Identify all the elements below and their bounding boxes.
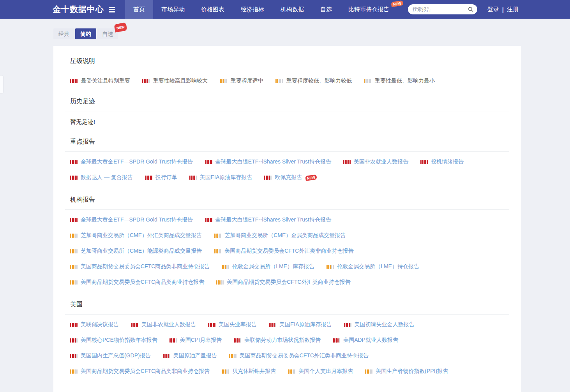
nav-item-label: 价格图表 — [201, 6, 224, 13]
report-link[interactable]: 美国生产者物价指数(PPI)报告 — [365, 368, 448, 375]
report-link-label: 贝克休斯钻井报告 — [232, 368, 276, 375]
nav-item-市场异动[interactable]: 市场异动 — [153, 0, 193, 19]
report-link[interactable]: 美国商品期货交易委员会CFTC商品类非商业持仓报告 — [70, 263, 210, 270]
report-link-label: 全球最大黄金ETF—SPDR Gold Trust持仓报告 — [81, 216, 193, 223]
view-tab-自选[interactable]: 自选NEW — [97, 28, 118, 39]
report-link[interactable]: 美国商品期货交易委员会CFTC外汇类商业持仓报告 — [216, 279, 350, 286]
report-link[interactable]: 芝加哥商业交易所（CME）外汇类商品成交量报告 — [70, 232, 202, 239]
report-link[interactable]: 贝克休斯钻井报告 — [222, 368, 276, 375]
report-link[interactable]: 芝加哥商业交易所（CME）能源类商品成交量报告 — [70, 248, 202, 255]
importance-bar — [75, 369, 76, 374]
report-link-label: 全球最大白银ETF--iShares Silver Trust持仓报告 — [215, 158, 331, 165]
report-link-label: 芝加哥商业交易所（CME）外汇类商品成交量报告 — [81, 232, 202, 239]
importance-bar — [235, 354, 236, 358]
nav-item-机构数据[interactable]: 机构数据 — [272, 0, 312, 19]
site-logo[interactable]: 金十数据中心 — [53, 0, 115, 19]
report-link[interactable]: 投机情绪报告 — [420, 158, 464, 165]
report-link[interactable]: 芝加哥商业交易所（CME）金属类商品成交量报告 — [214, 232, 346, 239]
register-link[interactable]: 注册 — [507, 6, 519, 13]
report-link[interactable]: 美国商品期货交易委员会CFTC外汇类非商业持仓报告 — [229, 352, 369, 359]
report-link[interactable]: 美联储决议报告 — [70, 321, 119, 328]
report-link-label: 美国生产者物价指数(PPI)报告 — [376, 368, 448, 375]
report-link[interactable]: 美国原油产量报告 — [163, 352, 217, 359]
report-link[interactable]: 美国EIA原油库存报告 — [269, 321, 332, 328]
importance-bar — [240, 338, 241, 343]
menu-icon[interactable] — [109, 7, 115, 12]
importance-bar — [367, 369, 368, 374]
report-link[interactable]: 美国非农就业人数报告 — [343, 158, 408, 165]
report-link[interactable]: 全球最大白银ETF--iShares Silver Trust持仓报告 — [205, 216, 331, 223]
report-link-label: 伦敦金属交易所（LME）库存报告 — [232, 263, 314, 270]
view-tabs: 经典简约自选NEW — [53, 28, 570, 39]
nav-item-比特币持仓报告[interactable]: 比特币持仓报告NEW — [340, 0, 397, 19]
legend-label: 重要程度较低、影响力较低 — [286, 77, 352, 84]
report-link[interactable]: 伦敦金属交易所（LME）持仓报告 — [326, 263, 419, 270]
nav-item-经济指标[interactable]: 经济指标 — [233, 0, 272, 19]
view-tab-经典[interactable]: 经典 — [53, 28, 74, 39]
importance-bar — [73, 280, 74, 285]
report-link[interactable]: 美国失业率报告 — [208, 321, 257, 328]
report-links-row: 美国商品期货交易委员会CFTC商品类商业持仓报告美国商品期货交易委员会CFTC外… — [65, 274, 509, 290]
report-link[interactable]: 美国商品期货交易委员会CFTC商品类非商业持仓报告 — [70, 368, 210, 375]
importance-bars — [70, 160, 78, 164]
report-link-label: 美国核心PCE物价指数年率报告 — [81, 337, 157, 344]
importance-bars — [222, 265, 229, 269]
view-tab-简约[interactable]: 简约 — [75, 28, 96, 39]
importance-bar — [218, 280, 219, 285]
importance-bar — [221, 280, 222, 285]
report-link[interactable]: 全球最大白银ETF--iShares Silver Trust持仓报告 — [205, 158, 331, 165]
importance-bar — [344, 323, 345, 327]
importance-bars — [70, 354, 78, 358]
importance-bar — [343, 160, 344, 164]
importance-bar — [70, 369, 71, 374]
importance-bars — [364, 79, 371, 83]
side-panel-handle[interactable] — [0, 75, 4, 94]
importance-bar — [145, 176, 146, 180]
report-link[interactable]: 美国国内生产总值(GDP)报告 — [70, 352, 151, 359]
importance-bar — [234, 354, 235, 358]
report-link[interactable]: 数据达人 — 复合报告 — [70, 174, 133, 181]
report-link[interactable]: 欧佩克报告NEW — [264, 174, 317, 181]
importance-bar — [330, 265, 331, 269]
importance-bar — [333, 338, 334, 343]
report-link[interactable]: 全球最大黄金ETF—SPDR Gold Trust持仓报告 — [70, 216, 193, 223]
importance-bar — [208, 160, 209, 164]
report-link[interactable]: 美国CPI月率报告 — [169, 337, 222, 344]
login-link[interactable]: 登录 — [487, 6, 499, 13]
importance-bar — [73, 265, 74, 269]
importance-bar — [70, 354, 71, 358]
importance-bars — [70, 234, 78, 238]
report-link[interactable]: 伦敦金属交易所（LME）库存报告 — [222, 263, 314, 270]
importance-bars — [275, 79, 283, 83]
report-link[interactable]: 美国ADP就业人数报告 — [333, 337, 398, 344]
nav-item-价格图表[interactable]: 价格图表 — [193, 0, 233, 19]
search-box[interactable] — [408, 4, 477, 14]
search-input[interactable] — [412, 6, 468, 12]
report-link[interactable]: 美国核心PCE物价指数年率报告 — [70, 337, 157, 344]
report-link[interactable]: 美联储劳动力市场状况指数报告 — [234, 337, 321, 344]
importance-bar — [72, 160, 73, 164]
report-link-label: 美国CPI月率报告 — [180, 337, 222, 344]
importance-bars — [234, 338, 241, 343]
report-link[interactable]: 美国EIA原油库存报告 — [189, 174, 252, 181]
report-link[interactable]: 全球最大黄金ETF—SPDR Gold Trust持仓报告 — [70, 158, 193, 165]
nav-item-首页[interactable]: 首页 — [125, 0, 153, 19]
importance-bars — [214, 234, 221, 238]
report-link-label: 美国商品期货交易委员会CFTC商品类非商业持仓报告 — [81, 263, 210, 270]
importance-bar — [294, 369, 295, 374]
importance-bar — [228, 265, 229, 269]
report-links: 全球最大黄金ETF—SPDR Gold Trust持仓报告全球最大白银ETF--… — [65, 152, 509, 185]
report-link[interactable]: 美国商品期货交易委员会CFTC商品类商业持仓报告 — [70, 279, 204, 286]
report-link[interactable]: 美国非农就业人数报告 — [131, 321, 196, 328]
importance-bar — [270, 176, 272, 180]
search-icon[interactable] — [468, 7, 473, 12]
report-link[interactable]: 投行订单 — [145, 174, 177, 181]
nav-item-自选[interactable]: 自选 — [312, 0, 340, 19]
report-link[interactable]: 美国商品期货交易委员会CFTC外汇类非商业持仓报告 — [214, 248, 353, 255]
importance-bar — [76, 369, 78, 374]
importance-bars — [269, 323, 276, 327]
report-link[interactable]: 美国初请失业金人数报告 — [344, 321, 415, 328]
report-link[interactable]: 美国个人支出月率报告 — [288, 368, 353, 375]
importance-bar — [137, 323, 138, 327]
importance-bars — [220, 79, 227, 83]
